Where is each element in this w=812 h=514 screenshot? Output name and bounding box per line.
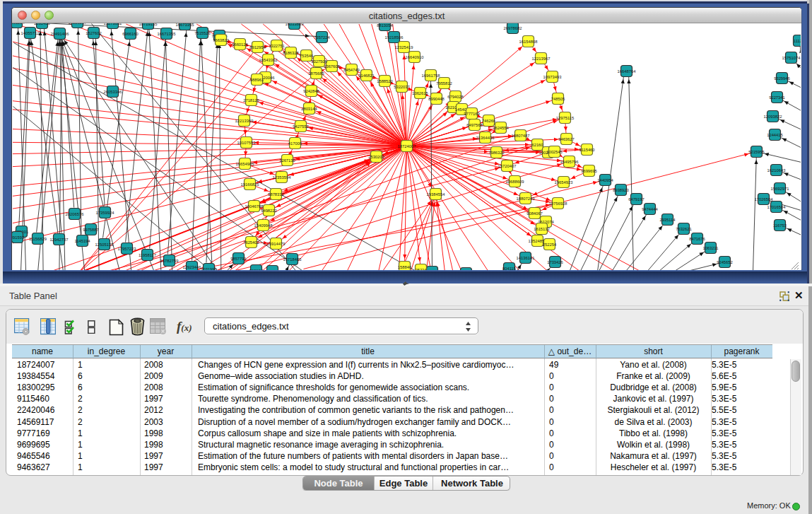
svg-text:391593: 391593 bbox=[12, 235, 24, 240]
svg-text:988961: 988961 bbox=[250, 78, 264, 82]
svg-text:26978682: 26978682 bbox=[504, 26, 522, 30]
svg-text:12923446: 12923446 bbox=[183, 265, 201, 269]
svg-text:10688609: 10688609 bbox=[506, 180, 524, 184]
svg-text:10719155: 10719155 bbox=[139, 23, 158, 26]
svg-text:16782759: 16782759 bbox=[160, 259, 179, 263]
svg-text:2691406: 2691406 bbox=[34, 23, 50, 25]
svg-text:16154808: 16154808 bbox=[519, 40, 538, 44]
svg-text:9699695: 9699695 bbox=[581, 169, 597, 173]
svg-text:6794028: 6794028 bbox=[447, 95, 464, 99]
svg-text:3267130: 3267130 bbox=[279, 158, 295, 163]
svg-text:19384554: 19384554 bbox=[427, 192, 446, 197]
svg-text:16210643: 16210643 bbox=[767, 168, 786, 173]
svg-text:18807249: 18807249 bbox=[517, 197, 535, 201]
svg-text:1831204: 1831204 bbox=[12, 23, 25, 25]
svg-text:760124: 760124 bbox=[249, 269, 264, 271]
svg-text:8186328: 8186328 bbox=[283, 51, 299, 55]
svg-text:252254: 252254 bbox=[543, 243, 557, 247]
svg-text:16033809: 16033809 bbox=[286, 23, 304, 26]
svg-text:16673355: 16673355 bbox=[176, 23, 194, 27]
svg-text:18724007: 18724007 bbox=[398, 144, 416, 148]
svg-text:17957223: 17957223 bbox=[118, 247, 136, 251]
svg-text:12505135: 12505135 bbox=[95, 243, 114, 247]
svg-text:924502: 924502 bbox=[266, 269, 279, 271]
svg-text:12213369: 12213369 bbox=[235, 119, 254, 123]
svg-text:9031990: 9031990 bbox=[201, 267, 217, 271]
svg-text:9857791: 9857791 bbox=[230, 257, 247, 261]
svg-text:8912954: 8912954 bbox=[249, 45, 266, 49]
svg-text:6497568: 6497568 bbox=[466, 123, 483, 127]
svg-text:19166825: 19166825 bbox=[241, 182, 259, 187]
svg-text:2367608: 2367608 bbox=[324, 64, 340, 69]
svg-text:6479197: 6479197 bbox=[628, 197, 645, 201]
svg-text:9427552: 9427552 bbox=[293, 124, 309, 129]
svg-text:804115: 804115 bbox=[502, 267, 516, 271]
svg-text:5322037: 5322037 bbox=[394, 85, 410, 89]
svg-text:17016504: 17016504 bbox=[767, 205, 787, 209]
svg-text:9660124: 9660124 bbox=[232, 42, 248, 47]
svg-text:16543362: 16543362 bbox=[259, 58, 278, 62]
svg-text:16671355: 16671355 bbox=[158, 32, 176, 36]
svg-text:11156829: 11156829 bbox=[29, 237, 47, 241]
svg-text:20206576: 20206576 bbox=[66, 212, 84, 216]
svg-text:9463627: 9463627 bbox=[558, 137, 575, 141]
svg-text:7955812: 7955812 bbox=[436, 81, 452, 86]
svg-text:9327506: 9327506 bbox=[311, 59, 327, 64]
svg-text:5878332: 5878332 bbox=[268, 192, 284, 197]
svg-text:8454749: 8454749 bbox=[343, 68, 360, 72]
svg-text:1615132: 1615132 bbox=[534, 227, 550, 231]
svg-text:8471676: 8471676 bbox=[689, 237, 705, 241]
svg-text:1588520: 1588520 bbox=[377, 79, 393, 83]
svg-text:2530203: 2530203 bbox=[368, 155, 384, 159]
svg-text:9227341: 9227341 bbox=[769, 95, 785, 100]
svg-text:17359924: 17359924 bbox=[96, 211, 115, 215]
svg-text:1244415: 1244415 bbox=[767, 133, 783, 137]
svg-text:1527602: 1527602 bbox=[86, 31, 102, 35]
svg-text:158846: 158846 bbox=[398, 265, 411, 269]
svg-text:7625402: 7625402 bbox=[243, 240, 259, 245]
svg-text:16648764: 16648764 bbox=[618, 69, 637, 74]
svg-text:116753: 116753 bbox=[773, 223, 787, 228]
svg-text:9242848: 9242848 bbox=[303, 89, 319, 93]
svg-text:19218506: 19218506 bbox=[385, 35, 404, 40]
svg-text:8813054: 8813054 bbox=[377, 23, 393, 28]
svg-text:1440954: 1440954 bbox=[597, 178, 613, 182]
svg-text:12325419: 12325419 bbox=[395, 45, 413, 49]
svg-text:15409948: 15409948 bbox=[254, 223, 273, 228]
svg-text:10807487: 10807487 bbox=[512, 134, 530, 138]
svg-text:16914479: 16914479 bbox=[267, 242, 286, 246]
svg-text:12975115: 12975115 bbox=[556, 116, 574, 120]
svg-text:417006: 417006 bbox=[288, 141, 302, 146]
svg-text:7515526: 7515526 bbox=[194, 31, 211, 35]
svg-text:9329946: 9329946 bbox=[774, 76, 790, 81]
svg-text:8990448: 8990448 bbox=[428, 97, 445, 101]
svg-text:12353594: 12353594 bbox=[273, 175, 292, 180]
svg-text:12093822: 12093822 bbox=[764, 115, 782, 119]
svg-text:3624554: 3624554 bbox=[493, 126, 509, 130]
svg-text:9245652: 9245652 bbox=[717, 260, 733, 264]
svg-text:10553257: 10553257 bbox=[69, 23, 87, 25]
svg-text:26053346: 26053346 bbox=[104, 90, 122, 94]
svg-text:19654923: 19654923 bbox=[555, 180, 573, 185]
svg-text:1733426: 1733426 bbox=[547, 260, 563, 264]
svg-text:12942737: 12942737 bbox=[50, 238, 69, 242]
svg-text:12213967: 12213967 bbox=[532, 57, 551, 61]
svg-text:17026504: 17026504 bbox=[755, 197, 774, 201]
svg-text:10756928: 10756928 bbox=[549, 201, 567, 206]
svg-text:16654985: 16654985 bbox=[236, 162, 254, 166]
svg-text:1145194: 1145194 bbox=[74, 239, 90, 243]
svg-text:5215955: 5215955 bbox=[748, 150, 765, 154]
svg-text:16495796: 16495796 bbox=[560, 160, 579, 164]
svg-text:15273602: 15273602 bbox=[104, 23, 122, 25]
svg-text:748505: 748505 bbox=[551, 97, 565, 101]
svg-text:10107553: 10107553 bbox=[237, 141, 256, 145]
svg-text:7632621: 7632621 bbox=[676, 227, 692, 231]
svg-text:7663822: 7663822 bbox=[213, 38, 229, 42]
svg-text:6966160: 6966160 bbox=[122, 32, 139, 36]
svg-text:16640910: 16640910 bbox=[406, 55, 424, 59]
svg-text:3875685: 3875685 bbox=[308, 71, 324, 76]
svg-text:10973493: 10973493 bbox=[543, 75, 562, 79]
svg-text:9474444: 9474444 bbox=[642, 207, 658, 211]
svg-text:15692971: 15692971 bbox=[771, 187, 789, 191]
svg-text:753546: 753546 bbox=[300, 54, 313, 58]
